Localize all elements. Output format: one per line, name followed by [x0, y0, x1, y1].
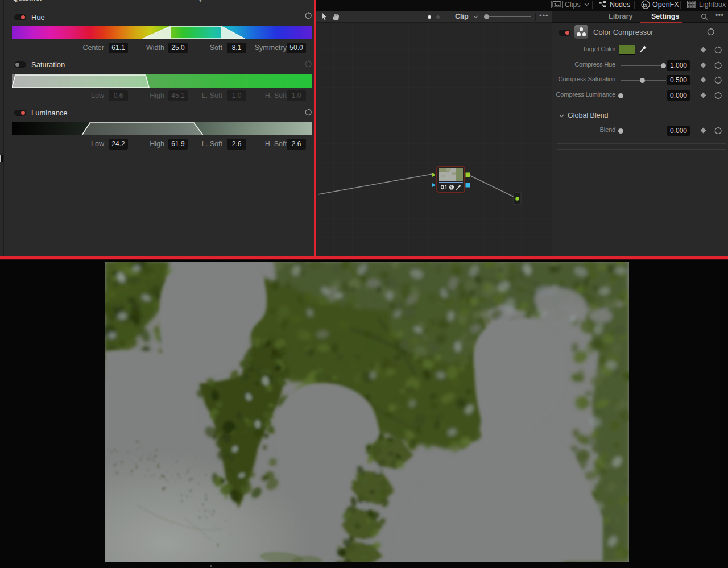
svg-text:fx: fx: [643, 2, 648, 8]
